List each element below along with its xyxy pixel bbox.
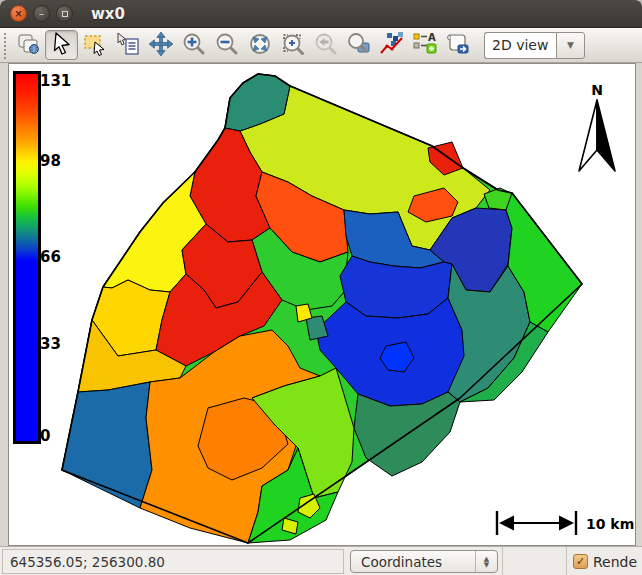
title-bar: × – wx0 [0, 0, 642, 28]
map-canvas[interactable] [8, 63, 636, 546]
zoom-layer-tool-button[interactable] [342, 30, 375, 60]
check-icon: ✓ [576, 555, 585, 568]
legend-gradient [16, 74, 38, 441]
legend-labels-icon: A [412, 31, 438, 60]
zoom-out-icon [214, 31, 240, 60]
export-tool-button[interactable] [441, 30, 474, 60]
status-mode-value: Coordinates [351, 554, 475, 570]
svg-text:A: A [428, 32, 436, 43]
select-tool-button[interactable] [45, 30, 78, 60]
zoom-in-tool-button[interactable] [177, 30, 210, 60]
legend-tick-label: 98 [40, 152, 61, 170]
pan-tool-button[interactable] [144, 30, 177, 60]
legend-tick-label: 131 [40, 72, 71, 90]
status-mode-selector[interactable]: Coordinates ▲▼ [350, 550, 498, 573]
render-checkbox[interactable]: ✓ [573, 554, 588, 569]
close-button[interactable]: × [10, 5, 27, 22]
zoom-in-icon [181, 31, 207, 60]
toolbar: A 2D view ▼ [0, 28, 642, 63]
toolbar-grip[interactable] [2, 31, 8, 59]
zoom-full-extent-tool-button[interactable] [243, 30, 276, 60]
window-title: wx0 [91, 5, 125, 23]
zoom-out-tool-button[interactable] [210, 30, 243, 60]
app-window: × – wx0 [0, 0, 642, 575]
legend-color-ramp [13, 71, 41, 444]
map-window-icon [16, 31, 42, 60]
zoom-selection-icon [280, 31, 306, 60]
chevron-down-icon[interactable]: ▼ [556, 32, 585, 59]
minimize-button[interactable]: – [33, 5, 50, 22]
zoom-layer-icon [346, 31, 372, 60]
zoom-rect-tool-button[interactable] [78, 30, 111, 60]
zoom-full-extent-icon [247, 31, 273, 60]
maximize-icon [62, 11, 68, 17]
legend-ticks: 1319866330 [40, 71, 80, 438]
export-map-icon [445, 31, 471, 60]
status-bar: 645356.05; 256300.80 Coordinates ▲▼ ✓ Re… [0, 546, 642, 575]
coordinate-readout: 645356.05; 256300.80 [2, 549, 344, 574]
new-map-view-button[interactable] [12, 30, 45, 60]
legend-tick-label: 66 [40, 248, 61, 266]
pointer-icon [50, 32, 74, 59]
zoom-selection-tool-button[interactable] [276, 30, 309, 60]
labels-tool-button[interactable]: A [408, 30, 441, 60]
chart-icon [379, 31, 405, 60]
selection-rectangle-icon [82, 31, 108, 60]
identify-tool-button[interactable] [111, 30, 144, 60]
status-divider [502, 547, 503, 575]
spinner-arrows-icon[interactable]: ▲▼ [475, 551, 497, 572]
render-segment: ✓ Rende [566, 547, 642, 575]
identify-icon [115, 31, 141, 60]
zoom-previous-tool-button [309, 30, 342, 60]
legend-tick-label: 0 [40, 427, 50, 445]
render-label: Rende [593, 554, 637, 570]
pan-arrows-icon [148, 31, 174, 60]
view-selector-value[interactable]: 2D view [484, 32, 556, 59]
maximize-button[interactable] [56, 5, 73, 22]
chart-tool-button[interactable] [375, 30, 408, 60]
zoom-previous-icon [313, 31, 339, 60]
legend-tick-label: 33 [40, 335, 61, 353]
view-selector[interactable]: 2D view ▼ [484, 32, 585, 59]
